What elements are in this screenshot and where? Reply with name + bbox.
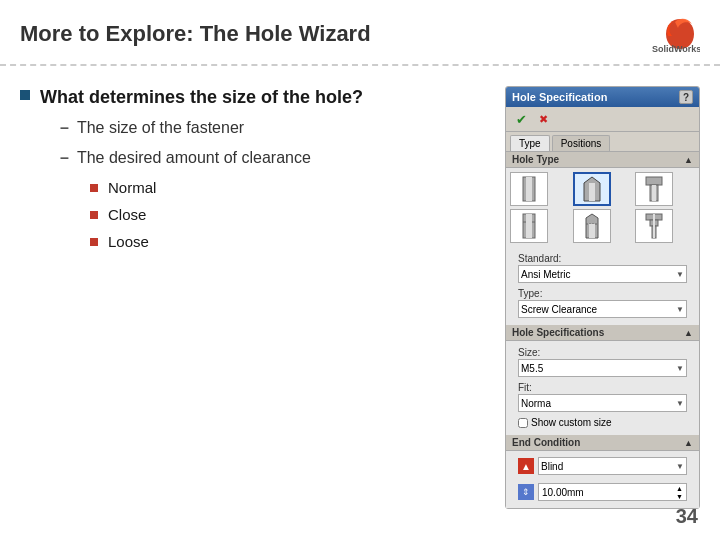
custom-size-row: Show custom size (512, 415, 693, 431)
fit-arrow: ▼ (676, 399, 684, 408)
bullet-item-1: What determines the size of the hole? – … (20, 86, 485, 260)
end-arrow: ▼ (676, 462, 684, 471)
small-bullet-text-3: Loose (108, 233, 149, 250)
header: More to Explore: The Hole Wizard SolidWo… (0, 0, 720, 66)
hole-type-grid (506, 168, 699, 247)
page-number: 34 (676, 505, 698, 528)
small-bullet-2 (90, 211, 98, 219)
type-field: Type: Screw Clearance ▼ (512, 286, 693, 321)
hole-spec-header: Hole Specifications ▲ (506, 325, 699, 341)
svg-rect-7 (652, 185, 656, 201)
hole-spec-content: Size: M5.5 ▼ Fit: Norma ▼ (506, 341, 699, 435)
hole-icon-6[interactable] (635, 209, 673, 243)
list-item-loose: Loose (90, 233, 363, 250)
type-label: Type: (518, 288, 687, 299)
dialog-toolbar: ✔ ✖ (506, 107, 699, 132)
list-item-close: Close (90, 206, 363, 223)
size-label: Size: (518, 347, 687, 358)
hole-type-section-header: Hole Type ▲ (506, 152, 699, 168)
fit-label: Fit: (518, 382, 687, 393)
fit-value: Norma (521, 398, 551, 409)
depth-icon: ⇕ (518, 484, 534, 500)
tab-type[interactable]: Type (510, 135, 550, 151)
standard-arrow: ▼ (676, 270, 684, 279)
left-panel: What determines the size of the hole? – … (20, 86, 485, 509)
dash-text-1: The size of the fastener (77, 119, 244, 137)
dash-1: – (60, 119, 69, 137)
cancel-button[interactable]: ✖ (534, 110, 552, 128)
size-select[interactable]: M5.5 ▼ (518, 359, 687, 377)
depth-spinner[interactable]: ▲ ▼ (676, 485, 683, 500)
hole-specification-dialog: Hole Specification ? ✔ ✖ Type Positions … (505, 86, 700, 509)
standard-value: Ansi Metric (521, 269, 570, 280)
hole-icon-1[interactable] (510, 172, 548, 206)
depth-field: ⇕ 10.00mm ▲ ▼ (512, 481, 693, 504)
dash-text-2: The desired amount of clearance (77, 149, 311, 167)
ok-button[interactable]: ✔ (512, 110, 530, 128)
svg-rect-17 (653, 214, 655, 238)
end-field: ▲ Blind ▼ (512, 455, 693, 478)
logo-area: SolidWorks (650, 14, 700, 54)
end-condition-header: End Condition ▲ (506, 435, 699, 451)
depth-value: 10.00mm (542, 487, 584, 498)
size-field: Size: M5.5 ▼ (512, 345, 693, 380)
help-button[interactable]: ? (679, 90, 693, 104)
fit-select[interactable]: Norma ▼ (518, 394, 687, 412)
hole-icon-5[interactable] (573, 209, 611, 243)
standard-field: Standard: Ansi Metric ▼ (512, 251, 693, 286)
svg-rect-10 (526, 214, 532, 238)
size-value: M5.5 (521, 363, 543, 374)
custom-size-checkbox[interactable] (518, 418, 528, 428)
hole-icon-4[interactable] (510, 209, 548, 243)
standard-select[interactable]: Ansi Metric ▼ (518, 265, 687, 283)
list-item-normal: Normal (90, 179, 363, 196)
svg-rect-5 (646, 177, 662, 185)
tabs-bar: Type Positions (506, 132, 699, 152)
tab-positions[interactable]: Positions (552, 135, 611, 151)
fit-field: Fit: Norma ▼ (512, 380, 693, 415)
dialog-titlebar: Hole Specification ? (506, 87, 699, 107)
sub-list: – The size of the fastener – The desired… (60, 119, 363, 250)
page-title: More to Explore: The Hole Wizard (20, 21, 371, 47)
end-condition-collapse[interactable]: ▲ (684, 438, 693, 448)
hole-type-label: Hole Type (512, 154, 559, 165)
svg-rect-2 (526, 177, 532, 201)
dash-2: – (60, 149, 69, 167)
svg-text:SolidWorks: SolidWorks (652, 44, 700, 54)
dialog-title: Hole Specification (512, 91, 607, 103)
hole-icon-3[interactable] (635, 172, 673, 206)
hole-type-collapse[interactable]: ▲ (684, 155, 693, 165)
end-value: Blind (541, 461, 563, 472)
depth-input[interactable]: 10.00mm ▲ ▼ (538, 483, 687, 501)
end-icon: ▲ (518, 458, 534, 474)
standard-section: Standard: Ansi Metric ▼ Type: Screw Clea… (506, 247, 699, 325)
svg-rect-4 (589, 183, 595, 201)
end-condition-content: ▲ Blind ▼ ⇕ 10.00mm ▲ ▼ (506, 451, 699, 508)
right-panel: Hole Specification ? ✔ ✖ Type Positions … (505, 86, 700, 509)
main-content: What determines the size of the hole? – … (0, 66, 720, 519)
hole-spec-collapse[interactable]: ▲ (684, 328, 693, 338)
standard-label: Standard: (518, 253, 687, 264)
dash-item-1: – The size of the fastener (60, 119, 363, 137)
type-arrow: ▼ (676, 305, 684, 314)
sub-sub-list: Normal Close Loose (90, 179, 363, 250)
small-bullet-text-2: Close (108, 206, 146, 223)
bullet-text-1: What determines the size of the hole? (40, 87, 363, 107)
size-arrow: ▼ (676, 364, 684, 373)
small-bullet-text-1: Normal (108, 179, 156, 196)
bullet-square-1 (20, 90, 30, 100)
hole-icon-2[interactable] (573, 172, 611, 206)
end-condition-label: End Condition (512, 437, 580, 448)
solidworks-logo: SolidWorks (650, 14, 700, 54)
dash-item-2: – The desired amount of clearance (60, 149, 363, 167)
hole-spec-label: Hole Specifications (512, 327, 604, 338)
svg-rect-13 (589, 224, 595, 238)
end-select[interactable]: Blind ▼ (538, 457, 687, 475)
type-value: Screw Clearance (521, 304, 597, 315)
small-bullet-3 (90, 238, 98, 246)
small-bullet-1 (90, 184, 98, 192)
type-select[interactable]: Screw Clearance ▼ (518, 300, 687, 318)
custom-size-label: Show custom size (531, 417, 612, 428)
